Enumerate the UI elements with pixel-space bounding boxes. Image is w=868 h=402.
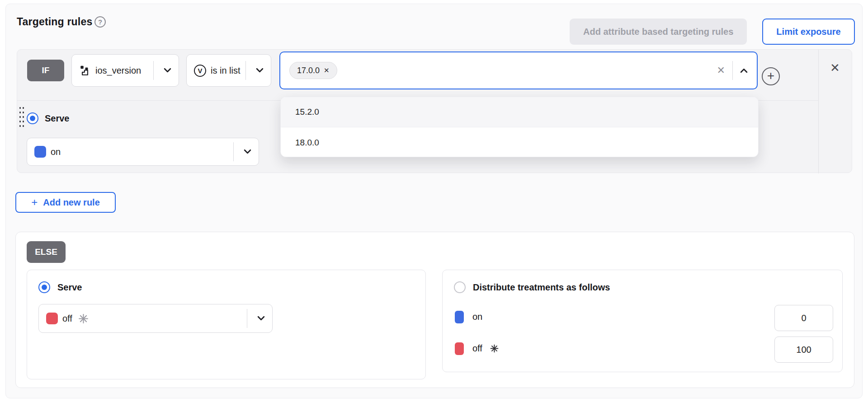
- dropdown-option[interactable]: 18.0.0: [281, 127, 758, 157]
- value-chip-label: 17.0.0: [297, 66, 320, 75]
- distribute-row-label: on: [472, 312, 482, 322]
- values-multiselect-input[interactable]: 17.0.0 ✕ ✕: [279, 51, 758, 89]
- add-new-rule-label: Add new rule: [43, 197, 100, 208]
- serve-label: Serve: [45, 113, 70, 124]
- treatment-color-swatch: [455, 311, 464, 323]
- percent-input-on[interactable]: [774, 305, 833, 331]
- chevron-down-icon: [256, 66, 264, 75]
- distribute-row-label: off: [472, 343, 499, 354]
- remove-value-icon[interactable]: ✕: [324, 66, 330, 75]
- chevron-down-icon: [257, 314, 265, 323]
- attribute-dropdown[interactable]: ios_version: [71, 54, 179, 87]
- else-treatment-dropdown[interactable]: off: [38, 304, 273, 333]
- add-new-rule-button[interactable]: + Add new rule: [15, 192, 116, 213]
- targeting-rules-card: Targeting rules ? Add attribute based ta…: [5, 4, 863, 398]
- value-chip: 17.0.0 ✕: [289, 62, 337, 79]
- else-badge: ELSE: [27, 241, 66, 263]
- attribute-icon: [79, 65, 91, 76]
- page-title: Targeting rules: [17, 16, 92, 28]
- treatment-color-swatch: [34, 146, 46, 158]
- percent-input-off[interactable]: [774, 337, 833, 363]
- divider: [153, 61, 154, 80]
- plus-icon: +: [31, 196, 38, 209]
- chevron-down-icon: [164, 66, 171, 75]
- treatment-dropdown[interactable]: on: [27, 138, 259, 166]
- treatment-label: on: [51, 147, 61, 157]
- values-dropdown-menu: 15.2.0 18.0.0: [280, 97, 759, 157]
- chevron-up-icon[interactable]: [740, 68, 748, 73]
- else-serve-radio[interactable]: [38, 281, 50, 293]
- divider: [818, 50, 819, 173]
- matcher-dropdown[interactable]: V is in list: [186, 54, 271, 87]
- targeting-rule: IF ios_version V is in list: [17, 49, 852, 173]
- attribute-label: ios_version: [95, 65, 141, 76]
- add-attribute-rules-button[interactable]: Add attribute based targeting rules: [570, 19, 747, 45]
- matcher-type-icon: V: [194, 65, 206, 77]
- default-treatment-icon: [490, 344, 499, 353]
- divider: [247, 309, 247, 328]
- add-condition-button[interactable]: +: [762, 67, 780, 85]
- else-section: ELSE Serve off: [15, 232, 854, 388]
- remove-rule-button[interactable]: ✕: [827, 60, 843, 75]
- divider: [732, 61, 733, 80]
- drag-handle[interactable]: [19, 106, 25, 127]
- treatment-label: off: [62, 313, 72, 324]
- if-badge: IF: [27, 60, 64, 81]
- limit-exposure-button[interactable]: Limit exposure: [762, 19, 855, 45]
- serve-radio[interactable]: [27, 112, 38, 124]
- distribute-radio[interactable]: [454, 281, 466, 293]
- divider: [245, 61, 246, 80]
- help-icon[interactable]: ?: [94, 16, 106, 28]
- treatment-color-swatch: [46, 313, 58, 324]
- distribute-label: Distribute treatments as follows: [473, 282, 610, 293]
- clear-values-icon[interactable]: ✕: [717, 65, 725, 76]
- treatment-color-swatch: [455, 342, 464, 355]
- else-distribute-panel: Distribute treatments as follows on off: [442, 270, 843, 372]
- else-serve-label: Serve: [57, 282, 82, 293]
- else-serve-panel: Serve off: [27, 270, 426, 379]
- divider: [233, 142, 234, 161]
- dropdown-option[interactable]: 15.2.0: [281, 97, 758, 127]
- chevron-down-icon: [244, 148, 251, 156]
- distribute-row-treatment: off: [472, 343, 482, 354]
- matcher-label: is in list: [211, 65, 241, 76]
- default-treatment-icon: [78, 313, 89, 324]
